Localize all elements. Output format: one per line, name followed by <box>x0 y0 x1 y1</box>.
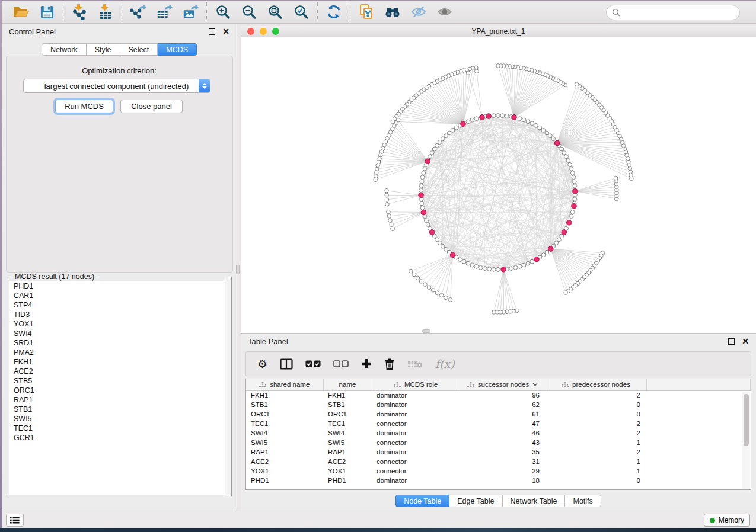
zoom-out-button[interactable] <box>241 4 257 20</box>
mcds-result-item[interactable]: STP4 <box>9 300 231 310</box>
column-visibility-button[interactable] <box>280 355 293 372</box>
cell-successor-nodes[interactable]: 29 <box>460 466 546 476</box>
cell-predecessor-nodes[interactable]: 2 <box>546 428 646 438</box>
vertical-splitter-handle[interactable] <box>236 265 240 274</box>
mcds-result-item[interactable]: STB1 <box>9 405 231 414</box>
import-table-button[interactable] <box>97 4 114 20</box>
cell-MCDS-role[interactable]: connector <box>372 457 460 466</box>
cell-name[interactable]: FKH1 <box>323 390 372 400</box>
tab-edge-table[interactable]: Edge Table <box>449 495 502 507</box>
cell-MCDS-role[interactable]: dominator <box>372 390 460 400</box>
cell-shared-name[interactable]: TEC1 <box>246 419 323 428</box>
mcds-hub-node[interactable] <box>425 159 430 164</box>
mcds-hub-node[interactable] <box>534 257 540 262</box>
table-row[interactable]: TEC1TEC1connector472 <box>246 419 751 428</box>
mcds-hub-node[interactable] <box>421 210 426 215</box>
mcds-result-item[interactable]: RAP1 <box>9 395 231 405</box>
table-row[interactable]: FKH1FKH1dominator962 <box>246 390 751 400</box>
show-all-button[interactable] <box>436 4 453 20</box>
cell-MCDS-role[interactable]: connector <box>372 438 460 447</box>
mcds-hub-node[interactable] <box>554 140 560 146</box>
mcds-hub-node[interactable] <box>450 252 455 258</box>
column-header-shared-name[interactable]: shared name <box>246 379 323 390</box>
cell-predecessor-nodes[interactable]: 2 <box>546 390 646 400</box>
mcds-hub-node[interactable] <box>548 246 553 252</box>
cell-shared-name[interactable]: ORC1 <box>246 409 323 419</box>
table-row[interactable]: PHD1PHD1dominator180 <box>246 476 751 485</box>
mcds-hub-node[interactable] <box>573 188 578 194</box>
open-file-button[interactable] <box>12 4 29 20</box>
cell-MCDS-role[interactable]: dominator <box>372 447 460 457</box>
export-image-button[interactable] <box>182 4 199 20</box>
mcds-result-item[interactable]: GCR1 <box>9 433 231 443</box>
cell-successor-nodes[interactable]: 47 <box>460 419 546 428</box>
column-header-name[interactable]: name <box>323 379 372 390</box>
tab-node-table[interactable]: Node Table <box>395 495 449 507</box>
close-table-panel-icon[interactable]: ✕ <box>742 338 749 345</box>
table-row[interactable]: YOX1YOX1connector291 <box>246 466 751 476</box>
mcds-result-item[interactable]: PHD1 <box>9 281 231 291</box>
column-header-predecessor-nodes[interactable]: predecessor nodes <box>546 379 646 390</box>
cell-successor-nodes[interactable]: 46 <box>460 428 546 438</box>
float-table-panel-icon[interactable] <box>728 338 735 345</box>
cell-successor-nodes[interactable]: 62 <box>460 400 546 409</box>
search-box[interactable] <box>606 5 740 20</box>
cell-shared-name[interactable]: YOX1 <box>246 466 323 476</box>
cell-name[interactable]: STB1 <box>323 400 372 409</box>
cell-MCDS-role[interactable]: connector <box>372 466 460 476</box>
cell-MCDS-role[interactable]: dominator <box>372 400 460 409</box>
float-panel-icon[interactable] <box>209 28 215 35</box>
mcds-hub-node[interactable] <box>566 220 572 226</box>
deselect-all-button[interactable] <box>333 355 349 372</box>
cell-shared-name[interactable]: RAP1 <box>246 447 323 457</box>
save-session-button[interactable] <box>39 4 55 20</box>
import-network-button[interactable] <box>71 4 88 20</box>
cell-successor-nodes[interactable]: 43 <box>460 438 546 447</box>
cell-name[interactable]: ACE2 <box>323 457 372 466</box>
tab-motifs[interactable]: Motifs <box>565 495 601 507</box>
network-canvas[interactable] <box>241 37 756 333</box>
search-input[interactable] <box>623 8 730 17</box>
mcds-hub-node[interactable] <box>572 203 577 209</box>
cell-predecessor-nodes[interactable]: 1 <box>546 466 646 476</box>
cell-shared-name[interactable]: PHD1 <box>246 476 323 485</box>
mcds-result-item[interactable]: TID3 <box>9 310 231 319</box>
copy-network-button[interactable] <box>358 4 375 20</box>
tab-style[interactable]: Style <box>87 43 120 56</box>
table-row[interactable]: RAP1RAP1dominator352 <box>246 447 751 457</box>
cell-successor-nodes[interactable]: 35 <box>460 447 546 457</box>
show-panels-button[interactable] <box>6 514 24 527</box>
hide-selected-button[interactable] <box>410 4 427 20</box>
mcds-result-item[interactable]: SRD1 <box>9 338 231 348</box>
cell-predecessor-nodes[interactable]: 1 <box>546 457 646 466</box>
tab-mcds[interactable]: MCDS <box>158 43 197 56</box>
cell-shared-name[interactable]: SWI4 <box>246 428 323 438</box>
mcds-result-item[interactable]: SWI4 <box>9 329 231 338</box>
network-window-titlebar[interactable]: YPA_prune.txt_1 <box>241 26 756 37</box>
cell-predecessor-nodes[interactable]: 0 <box>546 409 646 419</box>
cell-MCDS-role[interactable]: dominator <box>372 409 460 419</box>
mcds-list-scrollbar[interactable] <box>225 277 231 496</box>
mcds-result-item[interactable]: CAR1 <box>9 291 231 300</box>
cell-predecessor-nodes[interactable]: 1 <box>546 438 646 447</box>
mcds-result-item[interactable]: ACE2 <box>9 367 231 376</box>
table-row[interactable]: ORC1ORC1dominator610 <box>246 409 751 419</box>
cell-name[interactable]: PHD1 <box>323 476 372 485</box>
mcds-result-item[interactable]: ORC1 <box>9 386 231 395</box>
cell-predecessor-nodes[interactable]: 0 <box>546 476 646 485</box>
cell-MCDS-role[interactable]: dominator <box>372 476 460 485</box>
find-button[interactable] <box>384 4 401 20</box>
mcds-result-item[interactable]: STB5 <box>9 376 231 386</box>
tab-select[interactable]: Select <box>120 43 158 56</box>
function-builder-button[interactable]: f(x) <box>435 355 455 372</box>
mcds-hub-node[interactable] <box>419 193 424 198</box>
cell-predecessor-nodes[interactable]: 2 <box>546 447 646 457</box>
export-network-button[interactable] <box>130 4 146 20</box>
cell-name[interactable]: TEC1 <box>323 419 372 428</box>
mcds-result-item[interactable]: PMA2 <box>9 348 231 357</box>
cell-successor-nodes[interactable]: 61 <box>460 409 546 419</box>
table-row[interactable]: SWI5SWI5connector431 <box>246 438 751 447</box>
table-row[interactable]: STB1STB1dominator620 <box>246 400 751 409</box>
cell-shared-name[interactable]: STB1 <box>246 400 323 409</box>
column-header-successor-nodes[interactable]: successor nodes <box>460 379 546 390</box>
